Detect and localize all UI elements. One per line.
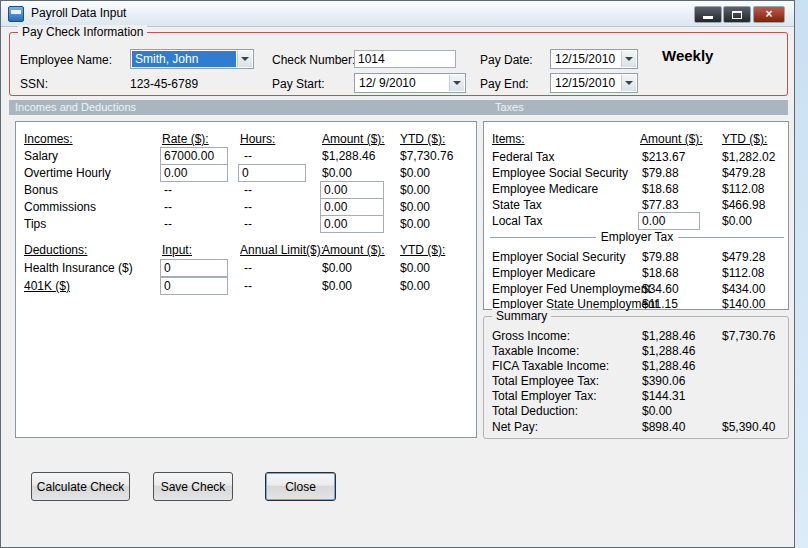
- summary-row-label: Total Deduction:: [492, 404, 578, 418]
- salary-hours: --: [244, 149, 252, 163]
- summary-row-amount: $898.40: [642, 420, 685, 434]
- summary-row-amount: $1,288.46: [642, 359, 695, 373]
- dropdown-arrow-icon: [625, 81, 633, 85]
- calculate-check-button[interactable]: Calculate Check: [31, 472, 130, 501]
- dropdown-arrow-icon: [241, 57, 249, 61]
- summary-row-label: FICA Taxable Income:: [492, 359, 609, 373]
- summary-row-ytd: $7,730.76: [722, 329, 775, 343]
- tax-row-amount: $34.60: [642, 282, 679, 296]
- close-button[interactable]: ×: [753, 6, 785, 23]
- ssn-value: 123-45-6789: [130, 77, 198, 91]
- tax-row-ytd: $479.28: [722, 250, 765, 264]
- tax-row-ytd: $0.00: [722, 214, 752, 228]
- overtime-ytd: $0.00: [400, 166, 430, 180]
- employee-name-label: Employee Name:: [20, 53, 112, 67]
- summary-row-amount: $0.00: [642, 404, 672, 418]
- app-icon: [8, 6, 24, 22]
- tax-row-amount: $18.68: [642, 266, 679, 280]
- summary-group-label: Summary: [492, 309, 551, 323]
- pay-end-label: Pay End:: [480, 77, 529, 91]
- tax-row-label: Federal Tax: [492, 150, 554, 164]
- salary-ytd: $7,730.76: [400, 149, 453, 163]
- ssn-label: SSN:: [20, 77, 48, 91]
- tax-row-ytd: $112.08: [722, 182, 765, 196]
- pay-frequency-label: Weekly: [662, 49, 713, 63]
- paycheck-info-group: Pay Check Information Employee Name: Smi…: [9, 32, 788, 96]
- health-insurance-limit: --: [244, 261, 252, 275]
- bonus-amount-input[interactable]: [320, 181, 384, 199]
- income-row-label: Salary: [24, 149, 58, 163]
- summary-row-amount: $390.06: [642, 374, 685, 388]
- income-row-label: Overtime Hourly: [24, 166, 111, 180]
- save-check-button[interactable]: Save Check: [153, 472, 233, 501]
- incomes-deductions-panel: Incomes: Rate ($): Hours: Amount ($): YT…: [15, 121, 477, 438]
- tips-hours: --: [244, 217, 252, 231]
- titlebar[interactable]: Payroll Data Input ×: [1, 1, 794, 27]
- col-header-ytd: YTD ($):: [400, 132, 445, 146]
- tips-amount-input[interactable]: [320, 215, 384, 233]
- check-number-input[interactable]: [354, 50, 456, 68]
- overtime-hours-input[interactable]: [238, 164, 306, 182]
- tax-row-label: Employer Medicare: [492, 266, 595, 280]
- summary-row-label: Total Employer Tax:: [492, 389, 597, 403]
- tax-row-label: State Tax: [492, 198, 542, 212]
- income-row-label: Bonus: [24, 183, 58, 197]
- chevron-down-icon[interactable]: [621, 51, 636, 67]
- income-row-label: Commissions: [24, 200, 96, 214]
- summary-row-label: Net Pay:: [492, 420, 538, 434]
- col-header-amount: Amount ($):: [322, 132, 385, 146]
- salary-rate-input[interactable]: [160, 147, 228, 165]
- 401k-input[interactable]: [160, 277, 228, 295]
- tax-row-ytd: $140.00: [722, 297, 765, 311]
- minimize-button[interactable]: [694, 6, 722, 23]
- tax-row-ytd: $434.00: [722, 282, 765, 296]
- check-number-label: Check Number:: [272, 53, 355, 67]
- close-check-button[interactable]: Close: [265, 472, 336, 501]
- tax-row-amount: $18.68: [642, 182, 679, 196]
- pay-end-picker[interactable]: 12/15/2010: [550, 73, 638, 93]
- commissions-amount-input[interactable]: [320, 198, 384, 216]
- employer-tax-divider-label: Employer Tax: [596, 230, 678, 244]
- chevron-down-icon[interactable]: [621, 75, 636, 91]
- window-title: Payroll Data Input: [31, 1, 126, 26]
- pay-date-picker[interactable]: 12/15/2010: [550, 49, 638, 69]
- summary-row-amount: $1,288.46: [642, 344, 695, 358]
- maximize-button[interactable]: [723, 6, 751, 23]
- col-header-hours: Hours:: [240, 132, 275, 146]
- tax-row-label: Local Tax: [492, 214, 542, 228]
- commissions-hours: --: [244, 200, 252, 214]
- tax-row-label: Employer Fed Unemployment: [492, 282, 651, 296]
- bonus-rate: --: [164, 183, 172, 197]
- employer-tax-divider: Employer Tax: [490, 230, 784, 244]
- paycheck-group-label: Pay Check Information: [18, 25, 147, 39]
- overtime-amount: $0.00: [322, 166, 352, 180]
- taxes-section-header: Taxes: [495, 101, 524, 113]
- summary-group: Summary Gross Income: $1,288.46 $7,730.7…: [483, 316, 789, 439]
- tax-row-ytd: $479.28: [722, 166, 765, 180]
- chevron-down-icon[interactable]: [449, 75, 464, 91]
- col-header-items: Items:: [492, 132, 525, 146]
- tax-row-ytd: $466.98: [722, 198, 765, 212]
- summary-row-amount: $1,288.46: [642, 329, 695, 343]
- chevron-down-icon[interactable]: [237, 51, 252, 67]
- pay-start-label: Pay Start:: [272, 77, 325, 91]
- payroll-window: Payroll Data Input × Pay Check Informati…: [0, 0, 795, 548]
- employee-name-select[interactable]: Smith, John: [130, 49, 254, 69]
- tips-ytd: $0.00: [400, 217, 430, 231]
- summary-row-label: Total Employee Tax:: [492, 374, 599, 388]
- tax-row-amount: $79.88: [642, 166, 679, 180]
- incomes-section-header: Incomes and Deductions: [15, 101, 136, 113]
- pay-start-picker[interactable]: 12/ 9/2010: [354, 73, 466, 93]
- health-insurance-input[interactable]: [160, 259, 228, 277]
- income-row-label: Tips: [24, 217, 46, 231]
- tax-row-amount: $213.67: [642, 150, 685, 164]
- tax-row-ytd: $1,282.02: [722, 150, 775, 164]
- col-header-input: Input:: [162, 243, 192, 257]
- pay-date-label: Pay Date:: [480, 53, 533, 67]
- close-icon: ×: [765, 7, 772, 21]
- local-tax-input[interactable]: [638, 212, 700, 230]
- desktop: Payroll Data Input × Pay Check Informati…: [0, 0, 808, 548]
- salary-amount: $1,288.46: [322, 149, 375, 163]
- 401k-amount: $0.00: [322, 279, 352, 293]
- overtime-rate-input[interactable]: [160, 164, 228, 182]
